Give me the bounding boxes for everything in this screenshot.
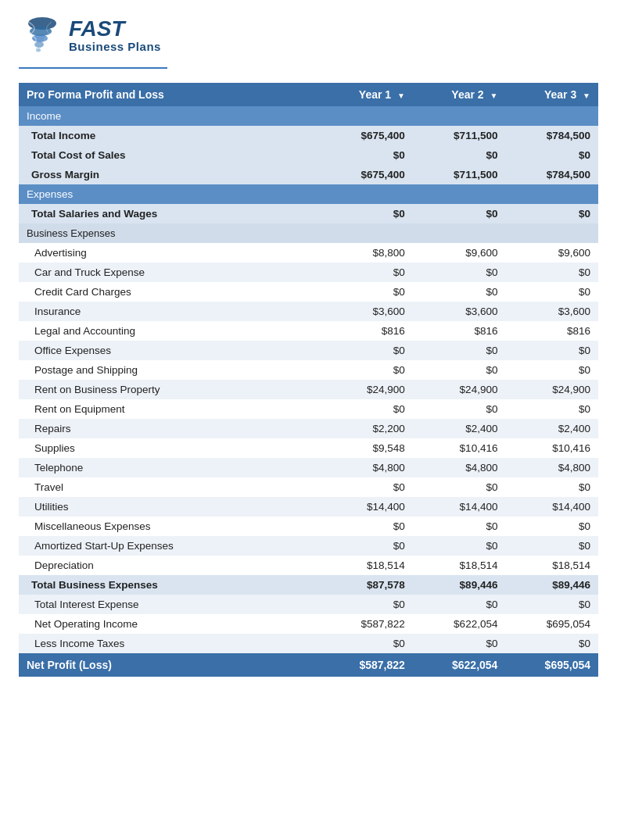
row-year3-value: $0 <box>505 145 598 165</box>
table-row: Repairs$2,200$2,400$2,400 <box>19 419 598 438</box>
table-header-row: Pro Forma Profit and Loss Year 1 ▼ Year … <box>19 83 598 106</box>
table-container: Pro Forma Profit and Loss Year 1 ▼ Year … <box>0 83 617 695</box>
row-year2-value: $2,400 <box>413 419 506 438</box>
row-year1-value: $0 <box>320 477 413 497</box>
row-year1-value: $0 <box>320 360 413 380</box>
header-label: Pro Forma Profit and Loss <box>19 83 320 106</box>
row-year1-value: $8,800 <box>320 243 413 263</box>
row-year2-value: $816 <box>413 321 506 341</box>
table-row: Expenses <box>19 184 598 204</box>
table-row: Total Income$675,400$711,500$784,500 <box>19 126 598 145</box>
row-label: Utilities <box>19 497 320 517</box>
row-year2-value: $0 <box>413 399 506 419</box>
table-row: Advertising$8,800$9,600$9,600 <box>19 243 598 263</box>
row-year3-value: $695,054 <box>505 614 598 634</box>
row-year2-value: $3,600 <box>413 302 506 321</box>
table-row: Telephone$4,800$4,800$4,800 <box>19 458 598 477</box>
row-year2-value: $0 <box>413 145 506 165</box>
year1-dropdown-icon[interactable]: ▼ <box>397 91 405 100</box>
table-row: Total Salaries and Wages$0$0$0 <box>19 204 598 223</box>
logo-icon <box>19 14 61 56</box>
table-row: Depreciation$18,514$18,514$18,514 <box>19 556 598 575</box>
row-label: Income <box>19 106 320 126</box>
row-year3-value: $0 <box>505 399 598 419</box>
row-label: Depreciation <box>19 556 320 575</box>
row-year3-value: $0 <box>505 341 598 360</box>
row-year2-value: $0 <box>413 341 506 360</box>
table-row: Business Expenses <box>19 223 598 243</box>
table-row: Miscellaneous Expenses$0$0$0 <box>19 517 598 536</box>
row-year3-value: $89,446 <box>505 575 598 595</box>
row-year1-value: $0 <box>320 536 413 556</box>
row-year3-value <box>505 223 598 243</box>
table-row: Rent on Business Property$24,900$24,900$… <box>19 380 598 399</box>
header-year3[interactable]: Year 3 ▼ <box>505 83 598 106</box>
row-year2-value: $89,446 <box>413 575 506 595</box>
row-label: Insurance <box>19 302 320 321</box>
row-year2-value: $0 <box>413 263 506 282</box>
row-year2-value: $10,416 <box>413 438 506 458</box>
table-row: Insurance$3,600$3,600$3,600 <box>19 302 598 321</box>
row-year3-value: $0 <box>505 595 598 614</box>
row-year1-value <box>320 223 413 243</box>
row-year1-value: $9,548 <box>320 438 413 458</box>
row-year1-value: $0 <box>320 204 413 223</box>
row-label: Rent on Equipment <box>19 399 320 419</box>
row-label: Supplies <box>19 438 320 458</box>
row-year1-value: $0 <box>320 595 413 614</box>
profit-loss-table: Pro Forma Profit and Loss Year 1 ▼ Year … <box>19 83 598 677</box>
table-row: Legal and Accounting$816$816$816 <box>19 321 598 341</box>
table-row: Supplies$9,548$10,416$10,416 <box>19 438 598 458</box>
logo-fast-label: FAST <box>69 18 161 40</box>
row-year1-value: $0 <box>320 145 413 165</box>
row-year1-value <box>320 106 413 126</box>
row-year2-value: $14,400 <box>413 497 506 517</box>
table-row: Gross Margin$675,400$711,500$784,500 <box>19 165 598 184</box>
row-label: Rent on Business Property <box>19 380 320 399</box>
table-row: Amortized Start-Up Expenses$0$0$0 <box>19 536 598 556</box>
row-year2-value: $4,800 <box>413 458 506 477</box>
row-label: Net Operating Income <box>19 614 320 634</box>
row-year1-value: $0 <box>320 263 413 282</box>
svg-point-4 <box>36 48 41 52</box>
row-label: Travel <box>19 477 320 497</box>
row-label: Credit Card Charges <box>19 282 320 302</box>
row-label: Gross Margin <box>19 165 320 184</box>
row-label: Less Income Taxes <box>19 634 320 653</box>
logo-text: FAST Business Plans <box>69 18 161 53</box>
row-year3-value: $18,514 <box>505 556 598 575</box>
row-year1-value: $587,822 <box>320 653 413 677</box>
row-year2-value <box>413 106 506 126</box>
header-year1[interactable]: Year 1 ▼ <box>320 83 413 106</box>
row-year3-value <box>505 106 598 126</box>
year2-dropdown-icon[interactable]: ▼ <box>490 91 498 100</box>
row-label: Postage and Shipping <box>19 360 320 380</box>
header-divider <box>19 67 167 69</box>
row-label: Net Profit (Loss) <box>19 653 320 677</box>
row-year2-value: $0 <box>413 204 506 223</box>
row-year3-value: $784,500 <box>505 126 598 145</box>
row-year1-value: $0 <box>320 282 413 302</box>
row-label: Office Expenses <box>19 341 320 360</box>
row-year2-value: $711,500 <box>413 126 506 145</box>
row-label: Advertising <box>19 243 320 263</box>
row-year1-value: $18,514 <box>320 556 413 575</box>
row-label: Repairs <box>19 419 320 438</box>
row-year3-value: $10,416 <box>505 438 598 458</box>
row-year2-value: $0 <box>413 477 506 497</box>
row-year3-value: $0 <box>505 263 598 282</box>
row-label: Business Expenses <box>19 223 320 243</box>
row-label: Expenses <box>19 184 320 204</box>
table-row: Total Cost of Sales$0$0$0 <box>19 145 598 165</box>
header-year2[interactable]: Year 2 ▼ <box>413 83 506 106</box>
table-row: Car and Truck Expense$0$0$0 <box>19 263 598 282</box>
row-year1-value: $0 <box>320 341 413 360</box>
year3-dropdown-icon[interactable]: ▼ <box>583 91 590 100</box>
row-year2-value <box>413 184 506 204</box>
row-year3-value: $0 <box>505 282 598 302</box>
header: FAST Business Plans <box>0 0 617 63</box>
row-label: Car and Truck Expense <box>19 263 320 282</box>
row-year3-value: $24,900 <box>505 380 598 399</box>
row-year1-value: $24,900 <box>320 380 413 399</box>
row-year3-value: $816 <box>505 321 598 341</box>
